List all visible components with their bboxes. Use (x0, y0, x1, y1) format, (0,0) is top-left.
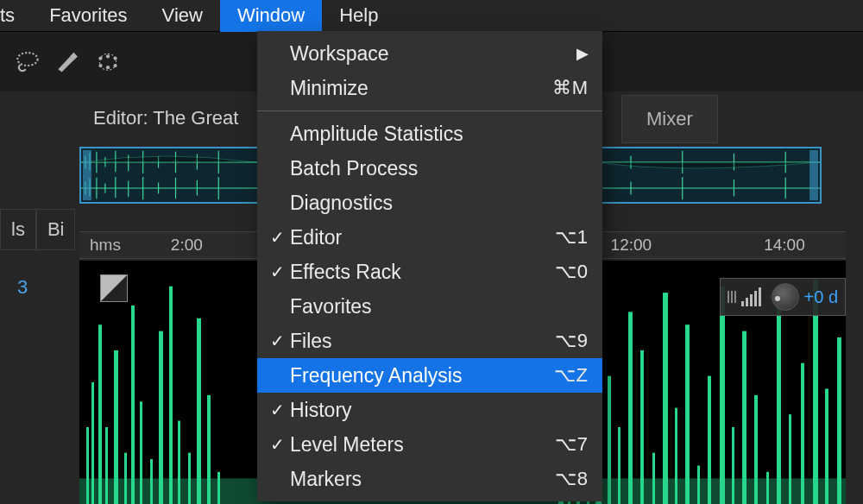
menu-editor[interactable]: ✓ Editor ⌥1 (257, 220, 602, 255)
menu-markers[interactable]: Markers ⌥8 (257, 462, 602, 496)
menu-history[interactable]: ✓ History (257, 393, 602, 427)
svg-rect-43 (685, 324, 690, 504)
mixer-tab[interactable]: Mixer (621, 95, 718, 143)
menu-item-favorites[interactable]: Favorites (32, 0, 144, 32)
menu-level-meters[interactable]: ✓ Level Meters ⌥7 (257, 427, 602, 462)
check-icon: ✓ (264, 331, 290, 351)
menubar: ts Favorites View Window Help (0, 0, 863, 31)
lasso-icon[interactable] (14, 50, 43, 74)
svg-rect-17 (98, 324, 102, 504)
check-icon: ✓ (264, 227, 290, 248)
svg-point-6 (106, 66, 110, 69)
gain-value: +0 d (804, 287, 838, 307)
menu-diagnostics[interactable]: Diagnostics (257, 186, 602, 220)
ruler-unit-label: hms (90, 236, 121, 255)
svg-rect-24 (159, 331, 163, 504)
brush-icon[interactable] (54, 50, 83, 74)
svg-rect-38 (628, 312, 633, 504)
scale-icon[interactable] (728, 291, 736, 303)
svg-rect-28 (197, 318, 201, 504)
menu-item-window[interactable]: Window (220, 0, 322, 32)
ruler-tick: 12:00 (611, 236, 652, 255)
menu-item-view[interactable]: View (145, 0, 220, 32)
menu-effects-rack[interactable]: ✓ Effects Rack ⌥0 (257, 255, 602, 289)
menu-separator (257, 110, 602, 111)
menu-frequency-analysis[interactable]: Frequency Analysis ⌥Z (257, 358, 602, 393)
menu-minimize[interactable]: Minimize ⌘M (257, 71, 602, 105)
svg-rect-12 (83, 150, 91, 200)
svg-rect-21 (131, 306, 135, 504)
svg-rect-48 (742, 331, 746, 504)
svg-rect-51 (777, 306, 781, 504)
gain-knob[interactable] (772, 283, 799, 311)
side-tabs: ls Bi (0, 209, 75, 250)
menu-favorites[interactable]: Favorites (257, 289, 602, 324)
menu-amplitude-statistics[interactable]: Amplitude Statistics (257, 117, 602, 151)
ruler-tick: 14:00 (764, 236, 805, 255)
menu-workspace[interactable]: Workspace ▶ (257, 36, 602, 71)
heal-icon[interactable] (93, 50, 123, 74)
svg-rect-46 (720, 287, 725, 504)
menu-files[interactable]: ✓ Files ⌥9 (257, 324, 602, 358)
file-count: 3 (17, 276, 28, 299)
ruler-tick: 2:00 (171, 236, 203, 255)
level-bars-icon (741, 287, 761, 306)
svg-point-0 (17, 53, 37, 66)
check-icon: ✓ (264, 434, 290, 455)
menu-item[interactable]: ts (0, 0, 32, 32)
menu-batch-process[interactable]: Batch Process (257, 151, 602, 186)
submenu-arrow-icon: ▶ (576, 44, 589, 63)
window-menu: Workspace ▶ Minimize ⌘M Amplitude Statis… (257, 31, 602, 501)
menu-item-help[interactable]: Help (322, 0, 395, 32)
svg-point-3 (106, 54, 110, 58)
svg-rect-13 (809, 150, 818, 200)
svg-rect-25 (169, 287, 173, 504)
check-icon: ✓ (264, 400, 290, 420)
editor-tab[interactable]: Editor: The Great (78, 97, 254, 140)
side-tab[interactable]: ls (0, 209, 36, 250)
check-icon: ✓ (264, 261, 290, 282)
zoom-control: +0 d (720, 278, 846, 316)
channel-toggle-icon[interactable] (100, 274, 128, 302)
svg-rect-41 (663, 293, 668, 504)
side-tab[interactable]: Bi (36, 209, 76, 250)
